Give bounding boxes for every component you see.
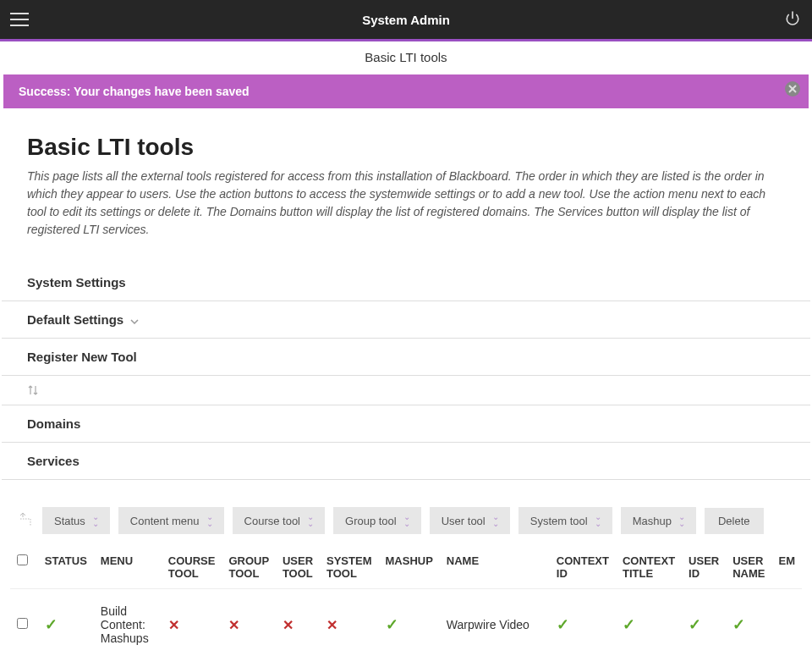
col-email[interactable]: EM xyxy=(772,546,803,589)
check-icon: ✓ xyxy=(386,616,398,633)
cell-user-name: ✓ xyxy=(726,589,771,657)
register-new-tool-label: Register New Tool xyxy=(27,350,137,364)
col-context-id[interactable]: CONTEXT ID xyxy=(550,546,616,589)
success-text: Success: Your changes have been saved xyxy=(19,85,250,98)
check-icon: ✓ xyxy=(557,616,569,633)
page-title: Basic LTI tools xyxy=(27,134,785,161)
table-toolbar: Status ⌄⌄ Content menu ⌄⌄ Course tool ⌄⌄… xyxy=(10,507,802,534)
table-row: ✓Build Content: Mashups✕✕✕✕✓Warpwire Vid… xyxy=(10,589,802,657)
cell-user-tool: ✕ xyxy=(276,589,320,657)
group-tool-filter-button[interactable]: Group tool ⌄⌄ xyxy=(333,507,421,534)
cell-mashup: ✓ xyxy=(379,589,440,657)
cell-status: ✓ xyxy=(38,589,94,657)
course-tool-filter-label: Course tool xyxy=(244,515,300,527)
page-header-title: System Admin xyxy=(362,13,450,27)
content-menu-filter-label: Content menu xyxy=(130,515,200,527)
power-icon[interactable] xyxy=(785,11,800,29)
col-system-tool[interactable]: SYSTEM TOOL xyxy=(320,546,378,589)
system-settings-link[interactable]: System Settings xyxy=(2,264,810,301)
x-icon: ✕ xyxy=(326,618,337,632)
col-user-id[interactable]: USER ID xyxy=(682,546,726,589)
page-header: Basic LTI tools This page lists all the … xyxy=(2,110,810,247)
keyboard-reorder-icon[interactable] xyxy=(17,512,34,530)
table-area: Status ⌄⌄ Content menu ⌄⌄ Course tool ⌄⌄… xyxy=(2,488,810,656)
cell-system-tool: ✕ xyxy=(320,589,378,657)
mashup-filter-label: Mashup xyxy=(633,515,672,527)
page-description: This page lists all the external tools r… xyxy=(27,168,785,239)
col-user-tool[interactable]: USER TOOL xyxy=(276,546,320,589)
check-icon: ✓ xyxy=(689,616,701,633)
cell-group-tool: ✕ xyxy=(222,589,275,657)
chevron-double-down-icon: ⌄⌄ xyxy=(92,514,98,527)
cell-user-id: ✓ xyxy=(682,589,726,657)
col-user-name[interactable]: USER NAME xyxy=(726,546,771,589)
group-tool-filter-label: Group tool xyxy=(345,515,397,527)
breadcrumb: Basic LTI tools xyxy=(0,41,812,73)
cell-email xyxy=(772,589,803,657)
x-icon: ✕ xyxy=(228,618,239,632)
col-group-tool[interactable]: GROUP TOOL xyxy=(222,546,275,589)
select-all-header xyxy=(10,546,38,589)
cell-name: Warpwire Video xyxy=(440,589,550,657)
status-filter-label: Status xyxy=(54,515,85,527)
action-links: System Settings Default Settings Registe… xyxy=(2,264,810,480)
domains-label: Domains xyxy=(27,416,80,431)
default-settings-label: Default Settings xyxy=(27,312,123,327)
select-all-checkbox[interactable] xyxy=(17,554,28,565)
col-mashup[interactable]: MASHUP xyxy=(379,546,440,589)
col-course-tool[interactable]: COURSE TOOL xyxy=(162,546,222,589)
system-tool-filter-button[interactable]: System tool ⌄⌄ xyxy=(518,507,612,534)
col-menu[interactable]: MENU xyxy=(94,546,162,589)
table-header-row: STATUS MENU COURSE TOOL GROUP TOOL USER … xyxy=(10,546,802,589)
domains-link[interactable]: Domains xyxy=(2,405,810,443)
services-label: Services xyxy=(27,454,80,468)
cell-context-id: ✓ xyxy=(550,589,616,657)
default-settings-link[interactable]: Default Settings xyxy=(2,301,810,339)
col-name[interactable]: NAME xyxy=(440,546,550,589)
reorder-link[interactable] xyxy=(2,376,810,405)
check-icon: ✓ xyxy=(732,616,745,633)
delete-button-label: Delete xyxy=(718,515,750,527)
success-banner: Success: Your changes have been saved xyxy=(3,74,809,108)
row-checkbox[interactable] xyxy=(17,618,28,629)
services-link[interactable]: Services xyxy=(2,443,810,480)
content-menu-filter-button[interactable]: Content menu ⌄⌄ xyxy=(118,507,224,534)
x-icon: ✕ xyxy=(168,618,179,632)
user-tool-filter-label: User tool xyxy=(442,515,486,527)
chevron-double-down-icon: ⌄⌄ xyxy=(206,514,212,527)
chevron-double-down-icon: ⌄⌄ xyxy=(307,514,313,527)
chevron-double-down-icon: ⌄⌄ xyxy=(678,514,684,527)
top-bar: System Admin xyxy=(0,0,812,39)
status-filter-button[interactable]: Status ⌄⌄ xyxy=(42,507,110,534)
x-icon: ✕ xyxy=(283,618,294,632)
system-tool-filter-label: System tool xyxy=(530,515,588,527)
chevron-down-icon xyxy=(130,312,139,327)
chevron-double-down-icon: ⌄⌄ xyxy=(492,514,498,527)
check-icon: ✓ xyxy=(45,616,58,633)
cell-context-title: ✓ xyxy=(616,589,682,657)
col-context-title[interactable]: CONTEXT TITLE xyxy=(616,546,682,589)
menu-icon[interactable] xyxy=(10,13,29,26)
mashup-filter-button[interactable]: Mashup ⌄⌄ xyxy=(621,507,696,534)
course-tool-filter-button[interactable]: Course tool ⌄⌄ xyxy=(233,507,325,534)
check-icon: ✓ xyxy=(623,616,635,633)
chevron-double-down-icon: ⌄⌄ xyxy=(403,514,409,527)
tools-table: STATUS MENU COURSE TOOL GROUP TOOL USER … xyxy=(10,546,802,656)
user-tool-filter-button[interactable]: User tool ⌄⌄ xyxy=(430,507,510,534)
cell-course-tool: ✕ xyxy=(162,589,222,657)
col-status[interactable]: STATUS xyxy=(38,546,94,589)
close-icon[interactable] xyxy=(785,81,800,96)
system-settings-label: System Settings xyxy=(27,275,126,289)
delete-button[interactable]: Delete xyxy=(705,508,764,534)
chevron-double-down-icon: ⌄⌄ xyxy=(595,514,601,527)
register-new-tool-link[interactable]: Register New Tool xyxy=(2,339,810,376)
cell-menu: Build Content: Mashups xyxy=(94,589,162,657)
